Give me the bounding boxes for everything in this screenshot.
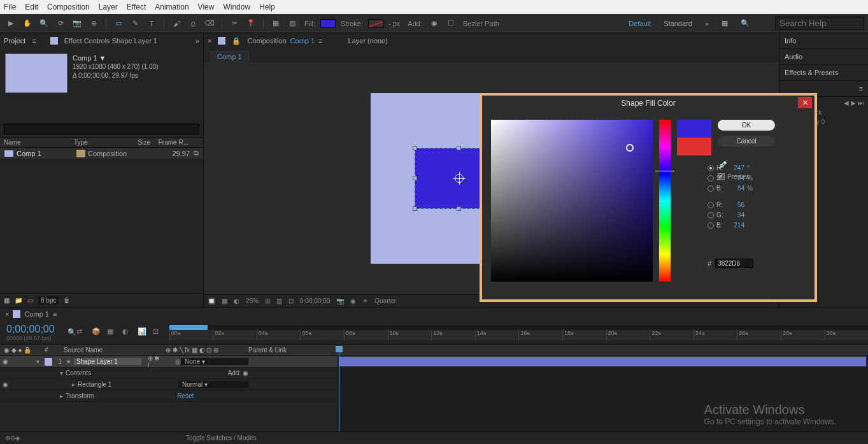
menu-window[interactable]: Window: [223, 3, 250, 11]
alpha-icon[interactable]: ▦: [222, 297, 227, 304]
menu-effect[interactable]: Effect: [127, 3, 146, 11]
timecode[interactable]: 0;00;00;00: [6, 324, 55, 335]
value-g[interactable]: 34: [728, 211, 744, 218]
mask-icon[interactable]: ◐: [234, 297, 239, 304]
radio-b[interactable]: [708, 185, 714, 192]
menu-layer[interactable]: Layer: [99, 3, 118, 11]
draft3d-icon[interactable]: 📦: [92, 327, 102, 338]
snap-icon[interactable]: ▦: [269, 17, 283, 31]
rotate-tool-icon[interactable]: ⟳: [53, 17, 68, 31]
anchor-icon[interactable]: [455, 174, 464, 183]
contents-row[interactable]: ▾ Contents Add: ◉: [0, 368, 338, 379]
new-comp-icon[interactable]: ▭: [27, 297, 33, 304]
toggle-switches-button[interactable]: Toggle Switches / Modes: [186, 434, 257, 441]
zoom-in-icon[interactable]: ⊕: [5, 434, 10, 441]
menu-composition[interactable]: Composition: [47, 3, 90, 11]
visibility-icon[interactable]: ◉: [3, 381, 8, 388]
color-field[interactable]: [491, 120, 653, 282]
timeline-navigator[interactable]: [169, 325, 868, 330]
col-name[interactable]: Name: [4, 139, 74, 146]
channel-icon[interactable]: ◉: [350, 297, 356, 304]
switch-icons[interactable]: ⊕ ✱ /: [148, 355, 162, 369]
puppet-tool-icon[interactable]: 📍: [244, 17, 258, 31]
comp-close-icon[interactable]: ×: [208, 37, 211, 45]
comp-marker-icon[interactable]: ◈: [15, 434, 20, 441]
handle-t[interactable]: [457, 146, 461, 150]
expand-icon[interactable]: ▾: [36, 358, 39, 365]
col-source-name[interactable]: Source Name: [64, 347, 166, 354]
hue-slider[interactable]: [659, 120, 671, 282]
panel-audio[interactable]: Audio: [779, 49, 868, 65]
rectangle-row[interactable]: ◉ ▸ Rectangle 1 Normal ▾: [0, 379, 338, 390]
tab-project[interactable]: Project: [4, 37, 25, 45]
tabs-overflow-icon[interactable]: »: [196, 37, 199, 45]
radio-r[interactable]: [708, 202, 714, 208]
magnify-icon[interactable]: 🔲: [208, 297, 215, 304]
transform-row[interactable]: ▸ Transform Reset: [0, 390, 338, 402]
flowchart-icon[interactable]: ⧉: [194, 149, 199, 157]
navigator-thumb[interactable]: [169, 325, 208, 330]
hue-marker[interactable]: [655, 171, 674, 171]
tab-effect-controls[interactable]: Effect Controls Shape Layer 1: [64, 37, 158, 45]
layer-color[interactable]: [45, 358, 52, 366]
snapshot-icon[interactable]: 📷: [336, 297, 344, 304]
expand-icon[interactable]: ▾: [60, 369, 63, 376]
project-item-row[interactable]: Comp 1 Composition 29.97 ⧉: [0, 148, 203, 159]
handle-l[interactable]: [413, 176, 417, 180]
brainstorm-icon[interactable]: ⊡: [153, 327, 163, 338]
frameblend-icon[interactable]: ▦: [107, 327, 117, 338]
comp-lock-icon[interactable]: 🔒: [232, 37, 241, 45]
value-r[interactable]: 56: [728, 201, 744, 208]
zoom-value[interactable]: 25%: [246, 297, 259, 304]
resolution-dropdown[interactable]: Quarter: [374, 297, 396, 304]
layer-name[interactable]: Shape Layer 1: [74, 358, 141, 365]
workspace-standard[interactable]: Standard: [664, 20, 692, 27]
bezier-checkbox[interactable]: ☐: [444, 17, 458, 31]
col-size[interactable]: Size: [125, 139, 150, 146]
add-button[interactable]: Add: ◉: [228, 369, 248, 376]
comp-thumbnail[interactable]: [5, 54, 68, 93]
parent-dropdown[interactable]: None ▾: [181, 358, 248, 365]
comp-title[interactable]: Comp 1 ▼: [73, 54, 159, 62]
col-type[interactable]: Type: [74, 139, 125, 146]
cancel-button[interactable]: Cancel: [718, 136, 775, 147]
add-menu-icon[interactable]: ◉: [427, 17, 441, 31]
crumb-comp-name[interactable]: Comp 1: [290, 37, 315, 45]
value-h[interactable]: 247: [728, 164, 744, 171]
graph-icon[interactable]: 📊: [138, 327, 148, 338]
comp-subtab[interactable]: Comp 1: [210, 51, 249, 62]
tl-tab-menu-icon[interactable]: ≡: [53, 310, 57, 318]
guide-icon[interactable]: ⊡: [288, 297, 294, 304]
radio-h[interactable]: [708, 165, 714, 171]
hand-tool-icon[interactable]: ✋: [20, 17, 34, 31]
eraser-tool-icon[interactable]: ⌫: [203, 17, 217, 31]
radio-g[interactable]: [708, 212, 714, 218]
reset-button[interactable]: Reset: [177, 392, 194, 399]
search-input[interactable]: [775, 17, 864, 30]
value-s[interactable]: 84: [728, 175, 744, 182]
stamp-tool-icon[interactable]: ⎙: [186, 17, 200, 31]
menu-animation[interactable]: Animation: [155, 3, 189, 11]
panel-info[interactable]: Info: [779, 33, 868, 49]
exposure-icon[interactable]: ☀: [362, 297, 368, 304]
fill-swatch[interactable]: [320, 19, 336, 28]
trash-icon[interactable]: 🗑: [64, 297, 70, 304]
close-button[interactable]: ✕: [798, 97, 812, 108]
menu-file[interactable]: File: [4, 3, 16, 11]
zoom-tool-icon[interactable]: 🔍: [37, 17, 51, 31]
playhead[interactable]: [339, 346, 339, 431]
brush-tool-icon[interactable]: 🖌: [169, 17, 183, 31]
visibility-icon[interactable]: ◉: [3, 358, 8, 365]
parent-pick-icon[interactable]: ◎: [175, 358, 181, 365]
rect-tool-icon[interactable]: ▭: [111, 17, 125, 31]
res-icon[interactable]: ⊞: [265, 297, 270, 304]
hex-input[interactable]: [715, 259, 753, 268]
motionblur-icon[interactable]: ◐: [122, 327, 132, 338]
foot-timecode[interactable]: 0;00;00;00: [300, 297, 330, 304]
expand-icon[interactable]: ▸: [72, 381, 75, 388]
crumb-menu-icon[interactable]: ≡: [318, 37, 322, 45]
text-tool-icon[interactable]: T: [145, 17, 159, 31]
menu-view[interactable]: View: [198, 3, 215, 11]
shy-icon[interactable]: ⇄: [76, 327, 87, 338]
handle-b[interactable]: [457, 206, 461, 211]
